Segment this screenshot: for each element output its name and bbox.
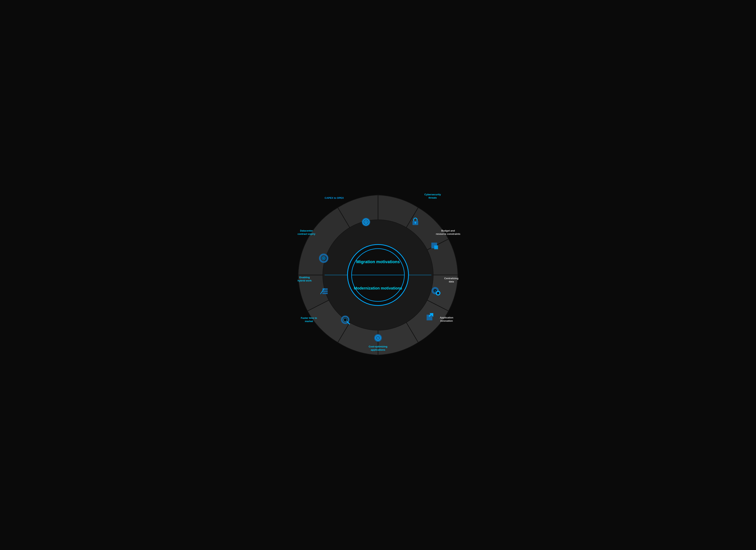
label-capex: CAPEX to OPEX <box>325 196 344 200</box>
migration-title: Migration motivations <box>356 259 400 264</box>
svg-rect-7 <box>415 223 416 224</box>
migration-section: Migration motivations <box>352 249 404 275</box>
center-text: Migration motivations Modernization moti… <box>351 248 405 302</box>
svg-text:$: $ <box>377 337 379 340</box>
label-cyber: Cybersecuritythreats <box>424 193 441 200</box>
label-cost: Cost-optimizingapplications <box>369 345 387 352</box>
svg-point-21 <box>343 318 347 322</box>
diagram-container: $ $ $ <box>292 189 464 361</box>
label-datacenter: Datacentercontract expiry <box>298 229 315 236</box>
svg-text:$: $ <box>435 290 436 292</box>
svg-rect-9 <box>434 245 438 249</box>
label-application: Applicationinnovation <box>440 316 453 323</box>
svg-point-30 <box>323 258 324 259</box>
label-hybrid: Enablinghybrid work <box>298 276 312 282</box>
svg-text:$: $ <box>365 221 367 224</box>
svg-point-14 <box>437 292 439 294</box>
svg-rect-24 <box>322 290 328 292</box>
label-budget: Budget andresource constraints <box>436 229 460 236</box>
label-centralizing: Centralizingdata <box>444 277 458 283</box>
capex-icon: $ <box>362 218 370 226</box>
cost-icon: $ <box>374 334 382 342</box>
svg-rect-25 <box>322 293 328 294</box>
budget-icon <box>431 243 438 249</box>
modernization-title: Modernization motivations <box>354 286 402 290</box>
label-faster: Faster time tomarket <box>301 317 317 323</box>
modernization-section: Modernization motivations <box>352 275 404 301</box>
